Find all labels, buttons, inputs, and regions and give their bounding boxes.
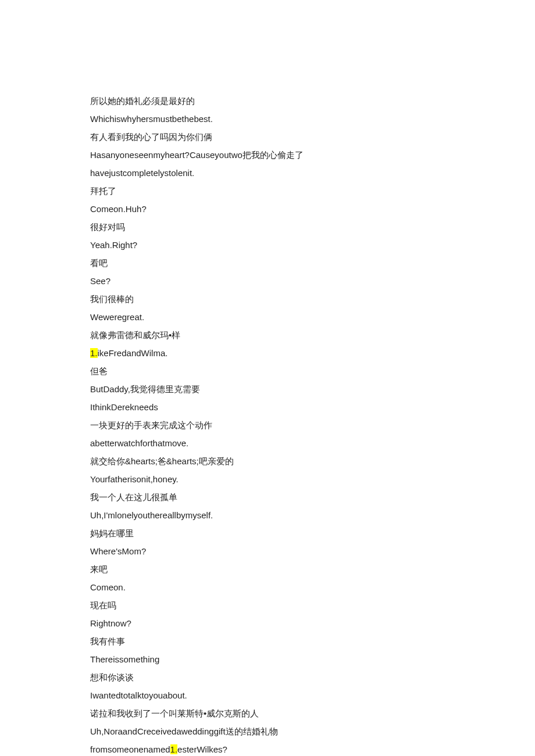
text-line: 妈妈在哪里: [90, 525, 535, 541]
text-line: 想和你谈谈: [90, 669, 535, 685]
text-line: 一块更好的手表来完成这个动作: [90, 417, 535, 433]
text-run: 我有件事: [90, 636, 125, 646]
text-line: 现在吗: [90, 597, 535, 613]
text-run: 所以她的婚礼必须是最好的: [90, 96, 195, 106]
text-run: Hasanyoneseenmyheart?Causeyoutwo把我的心偷走了: [90, 150, 304, 160]
text-line: IthinkDerekneeds: [90, 399, 535, 415]
text-run: Comeon.: [90, 582, 126, 592]
text-line: Comeon.Huh?: [90, 201, 535, 217]
text-line: Comeon.: [90, 579, 535, 595]
text-line: Yourfatherisonit,honey.: [90, 471, 535, 487]
text-line: 所以她的婚礼必须是最好的: [90, 93, 535, 109]
text-run: fromsomeonenamed: [90, 744, 170, 754]
text-line: Thereissomething: [90, 651, 535, 667]
text-run: 我们很棒的: [90, 294, 134, 304]
text-line: 我有件事: [90, 633, 535, 649]
text-line: 我一个人在这儿很孤单: [90, 489, 535, 505]
text-line: abetterwatchforthatmove.: [90, 435, 535, 451]
text-run: 现在吗: [90, 600, 116, 610]
text-line: 就像弗雷德和威尔玛•样: [90, 327, 535, 343]
text-line: 我们很棒的: [90, 291, 535, 307]
text-line: Uh,NoraandCreceivedaweddinggift送的结婚礼物: [90, 723, 535, 739]
text-line: 看吧: [90, 255, 535, 271]
text-line: 就交给你&hearts;爸&hearts;吧亲爱的: [90, 453, 535, 469]
text-line: Iwantedtotalktoyouabout.: [90, 687, 535, 703]
text-line: Weweregreat.: [90, 309, 535, 325]
text-line: Rightnow?: [90, 615, 535, 631]
text-run: Where'sMom?: [90, 546, 146, 556]
text-run: 想和你谈谈: [90, 672, 134, 682]
text-run: Thereissomething: [90, 654, 159, 664]
text-line: ButDaddy,我觉得德里克需要: [90, 381, 535, 397]
text-run: 一块更好的手表来完成这个动作: [90, 420, 212, 430]
text-run: esterWilkes?: [177, 744, 227, 754]
text-run: Whichiswhyhersmustbethebest.: [90, 114, 213, 124]
text-run: 看吧: [90, 258, 108, 268]
text-run: 妈妈在哪里: [90, 528, 134, 538]
text-run: Iwantedtotalktoyouabout.: [90, 690, 187, 700]
text-line: havejustcompletelystolenit.: [90, 165, 535, 181]
text-line: 诺拉和我收到了一个叫莱斯特•威尔克斯的人: [90, 705, 535, 721]
text-run: IthinkDerekneeds: [90, 402, 158, 412]
text-line: Where'sMom?: [90, 543, 535, 559]
text-line: 1.ikeFredandWilma.: [90, 345, 535, 361]
text-line: 来吧: [90, 561, 535, 577]
text-line: 很好对吗: [90, 219, 535, 235]
text-run: abetterwatchforthatmove.: [90, 438, 188, 448]
text-run: havejustcompletelystolenit.: [90, 168, 194, 178]
text-line: Yeah.Right?: [90, 237, 535, 253]
text-run: 但爸: [90, 366, 108, 376]
text-run: 有人看到我的心了吗因为你们俩: [90, 132, 212, 142]
highlight: 1.: [170, 744, 178, 754]
text-line: 但爸: [90, 363, 535, 379]
text-line: Whichiswhyhersmustbethebest.: [90, 111, 535, 127]
document-body: 所以她的婚礼必须是最好的Whichiswhyhersmustbethebest.…: [0, 0, 535, 756]
text-run: Weweregreat.: [90, 312, 144, 322]
text-run: 我一个人在这儿很孤单: [90, 492, 177, 502]
text-run: Uh,I'mlonelyouthereallbymyself.: [90, 510, 213, 520]
text-run: ButDaddy,我觉得德里克需要: [90, 384, 200, 394]
text-run: Comeon.Huh?: [90, 204, 147, 214]
text-run: 拜托了: [90, 186, 116, 196]
text-run: Uh,NoraandCreceivedaweddinggift送的结婚礼物: [90, 726, 278, 736]
text-run: Yeah.Right?: [90, 240, 137, 250]
text-line: 拜托了: [90, 183, 535, 199]
text-line: Hasanyoneseenmyheart?Causeyoutwo把我的心偷走了: [90, 147, 535, 163]
highlight: 1.: [90, 348, 98, 358]
text-run: 很好对吗: [90, 222, 125, 232]
text-run: Rightnow?: [90, 618, 131, 628]
text-run: See?: [90, 276, 110, 286]
text-line: fromsomeonenamed1.esterWilkes?: [90, 741, 535, 756]
text-run: ikeFredandWilma.: [98, 348, 168, 358]
text-line: 有人看到我的心了吗因为你们俩: [90, 129, 535, 145]
text-run: 诺拉和我收到了一个叫莱斯特•威尔克斯的人: [90, 708, 259, 718]
text-run: 就像弗雷德和威尔玛•样: [90, 330, 180, 340]
text-run: 来吧: [90, 564, 108, 574]
text-line: Uh,I'mlonelyouthereallbymyself.: [90, 507, 535, 523]
text-run: 就交给你&hearts;爸&hearts;吧亲爱的: [90, 456, 234, 466]
text-run: Yourfatherisonit,honey.: [90, 474, 179, 484]
text-line: See?: [90, 273, 535, 289]
